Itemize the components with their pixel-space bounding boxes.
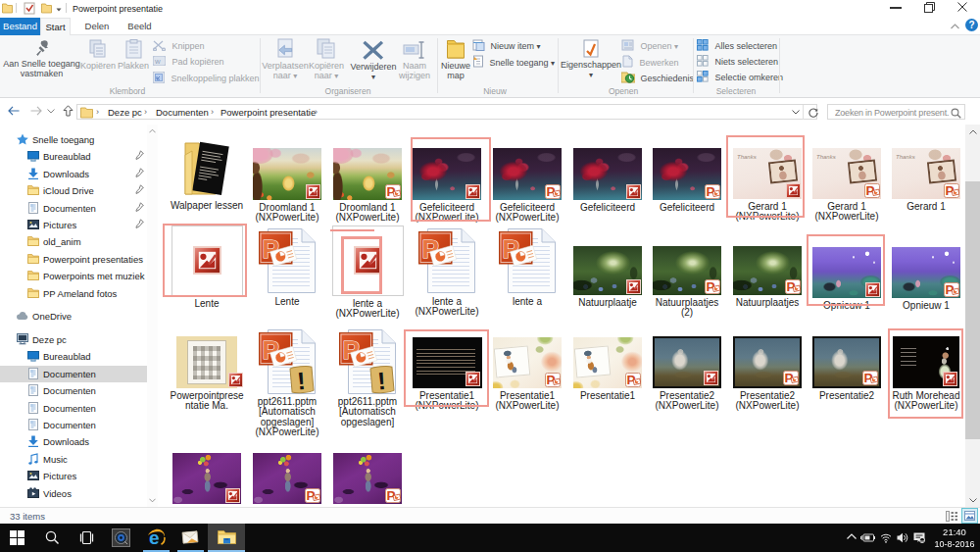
- svg-text:W: W: [155, 59, 161, 65]
